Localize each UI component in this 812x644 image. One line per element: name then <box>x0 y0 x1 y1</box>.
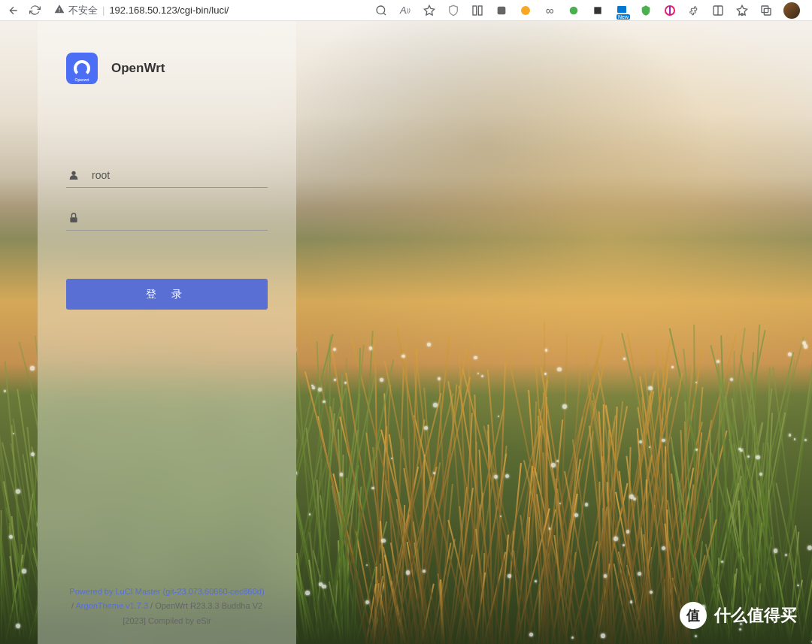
openwrt-logo-icon: Openwrt <box>66 53 98 84</box>
password-input[interactable] <box>92 212 268 224</box>
svg-rect-7 <box>617 6 626 13</box>
browser-toolbar: 不安全 | 192.168.50.123/cgi-bin/luci/ A)) ∞ <box>0 0 812 21</box>
watermark: 值 什么值得买 <box>680 602 797 629</box>
extensions-menu-icon[interactable] <box>687 4 701 17</box>
read-aloud-icon[interactable]: A)) <box>398 4 412 17</box>
split-screen-icon[interactable] <box>711 4 725 17</box>
extension-4-icon[interactable] <box>567 4 580 17</box>
warning-icon <box>54 4 65 17</box>
svg-point-5 <box>570 6 578 14</box>
svg-rect-1 <box>473 6 477 15</box>
svg-rect-14 <box>764 8 771 15</box>
extension-5-icon[interactable] <box>591 4 604 17</box>
url-divider: | <box>102 5 105 16</box>
footer: Powered by LuCI Master (git-23.073.60660… <box>66 585 268 629</box>
svg-rect-3 <box>498 6 506 14</box>
page-content: Openwrt OpenWrt 登 录 Powered by LuCI Mast… <box>0 21 812 644</box>
favorites-bar-icon[interactable] <box>735 4 749 17</box>
url-text: 192.168.50.123/cgi-bin/luci/ <box>109 5 229 16</box>
svg-rect-2 <box>478 6 482 15</box>
extension-6-icon[interactable]: New <box>615 4 629 17</box>
theme-link[interactable]: ArgonTheme v1.7.3 <box>75 601 148 610</box>
brand-name: OpenWrt <box>111 61 165 76</box>
username-input[interactable] <box>92 169 268 181</box>
login-panel: Openwrt OpenWrt 登 录 Powered by LuCI Mast… <box>38 21 296 644</box>
library-icon[interactable] <box>471 4 484 17</box>
extension-7-icon[interactable] <box>639 4 653 17</box>
back-button[interactable] <box>8 5 20 17</box>
extension-1-icon[interactable] <box>495 4 508 17</box>
user-icon <box>66 169 81 181</box>
svg-point-4 <box>521 6 530 15</box>
reload-button[interactable] <box>29 5 41 17</box>
profile-avatar[interactable] <box>783 2 800 19</box>
watermark-icon: 值 <box>680 602 707 629</box>
security-indicator[interactable]: 不安全 <box>54 4 98 17</box>
collections-icon[interactable] <box>759 4 773 17</box>
svg-rect-13 <box>762 6 768 13</box>
security-text: 不安全 <box>68 4 98 17</box>
extension-3-icon[interactable]: ∞ <box>543 4 556 17</box>
svg-point-0 <box>377 6 385 14</box>
svg-rect-6 <box>594 7 601 14</box>
search-icon[interactable] <box>374 4 388 17</box>
new-badge: New <box>617 14 630 20</box>
watermark-text: 什么值得买 <box>714 604 797 627</box>
extension-8-icon[interactable] <box>663 4 677 17</box>
extension-2-icon[interactable] <box>519 4 532 17</box>
toolbar-icons: A)) ∞ New <box>374 2 804 19</box>
password-group <box>66 206 268 231</box>
logo-section: Openwrt OpenWrt <box>66 53 268 84</box>
svg-rect-16 <box>70 217 77 222</box>
svg-point-15 <box>71 171 75 175</box>
luci-link[interactable]: Powered by LuCI Master (git-23.073.60660… <box>69 587 264 596</box>
shield-icon[interactable] <box>447 4 460 17</box>
lock-icon <box>66 212 81 224</box>
username-group <box>66 163 268 188</box>
login-button[interactable]: 登 录 <box>66 279 268 310</box>
favorite-icon[interactable] <box>423 4 436 17</box>
address-bar[interactable]: 不安全 | 192.168.50.123/cgi-bin/luci/ <box>50 4 365 17</box>
